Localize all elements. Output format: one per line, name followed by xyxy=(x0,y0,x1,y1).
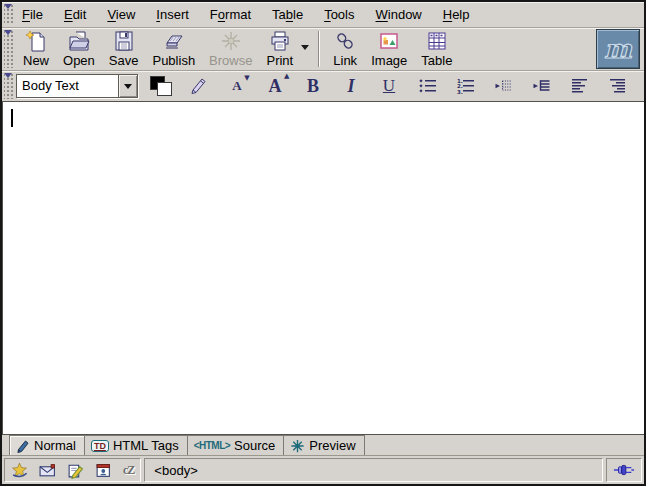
numbered-list-button[interactable]: 1.2.3. xyxy=(452,74,478,98)
node-path-panel[interactable]: <body> xyxy=(144,458,603,482)
bold-button[interactable]: B xyxy=(300,74,326,98)
main-toolbar: New Open Save Publish Browse xyxy=(2,28,644,71)
browse-button[interactable]: Browse xyxy=(204,29,257,69)
statusbar: cZ <body> xyxy=(2,455,644,484)
tab-normal-label: Normal xyxy=(34,438,76,453)
menu-edit[interactable]: Edit xyxy=(58,5,92,24)
increase-font-size-icon: A▲ xyxy=(269,76,282,97)
tab-preview-label: Preview xyxy=(309,438,355,453)
toolbar-grippy[interactable] xyxy=(4,73,14,99)
image-label: Image xyxy=(371,53,407,68)
text-color-button[interactable] xyxy=(148,74,174,98)
browse-icon xyxy=(219,30,243,52)
align-right-icon xyxy=(608,77,627,95)
html-source-icon: <HTML> xyxy=(194,440,230,451)
composer-icon[interactable] xyxy=(67,462,84,479)
composer-window: File Edit View Insert Format Table Tools… xyxy=(0,0,646,486)
open-button[interactable]: Open xyxy=(58,29,100,69)
chevron-down-icon xyxy=(124,84,132,93)
link-button[interactable]: Link xyxy=(328,29,362,69)
tab-source-label: Source xyxy=(234,438,275,453)
indent-icon xyxy=(532,77,551,95)
highlight-pen-icon xyxy=(189,76,209,96)
toolbar-grippy[interactable] xyxy=(4,4,14,25)
save-floppy-icon xyxy=(112,30,136,52)
outdent-icon xyxy=(494,77,513,95)
new-page-icon xyxy=(24,30,48,52)
node-path-text: <body> xyxy=(154,463,197,478)
format-toolbar: Body Text A▼ A▲ B I U 1.2.3. xyxy=(2,71,644,101)
browse-label: Browse xyxy=(209,53,252,68)
indent-button[interactable] xyxy=(528,74,554,98)
increase-font-size-button[interactable]: A▲ xyxy=(262,74,288,98)
link-label: Link xyxy=(333,53,357,68)
mozilla-logo[interactable]: m xyxy=(596,29,640,69)
save-label: Save xyxy=(109,53,139,68)
outdent-button[interactable] xyxy=(490,74,516,98)
menu-table[interactable]: Table xyxy=(266,5,309,24)
paragraph-style-value: Body Text xyxy=(17,75,118,97)
italic-icon: I xyxy=(347,76,354,97)
combo-dropdown-button[interactable] xyxy=(118,75,137,97)
addressbook-icon[interactable] xyxy=(95,462,112,479)
align-left-icon xyxy=(570,77,589,95)
image-icon xyxy=(377,30,401,52)
editor-canvas[interactable] xyxy=(2,101,644,435)
publish-button[interactable]: Publish xyxy=(147,29,200,69)
tab-preview[interactable]: Preview xyxy=(283,435,364,455)
print-icon xyxy=(268,30,292,52)
menubar: File Edit View Insert Format Table Tools… xyxy=(2,2,644,28)
svg-text:m: m xyxy=(604,34,632,64)
highlight-color-button[interactable] xyxy=(186,74,212,98)
new-label: New xyxy=(23,53,49,68)
online-status-panel[interactable] xyxy=(606,458,642,482)
print-button[interactable]: Print xyxy=(261,29,298,69)
align-left-button[interactable] xyxy=(566,74,592,98)
tab-html-tags-label: HTML Tags xyxy=(113,438,179,453)
table-label: Table xyxy=(421,53,452,68)
underline-button[interactable]: U xyxy=(376,74,402,98)
preview-icon xyxy=(290,439,305,453)
bulleted-list-button[interactable] xyxy=(414,74,440,98)
publish-icon xyxy=(162,30,186,52)
open-folder-icon xyxy=(67,30,91,52)
svg-text:3.: 3. xyxy=(457,89,463,95)
chatzilla-icon[interactable]: cZ xyxy=(123,463,134,478)
publish-label: Publish xyxy=(152,53,195,68)
decrease-font-size-button[interactable]: A▼ xyxy=(224,74,250,98)
print-label: Print xyxy=(266,53,293,68)
mail-icon[interactable] xyxy=(39,462,56,479)
tab-source[interactable]: <HTML> Source xyxy=(187,435,285,455)
image-button[interactable]: Image xyxy=(366,29,412,69)
save-button[interactable]: Save xyxy=(104,29,144,69)
tab-normal[interactable]: Normal xyxy=(9,435,85,455)
paragraph-style-select[interactable]: Body Text xyxy=(16,74,138,98)
link-icon xyxy=(333,30,357,52)
print-dropdown-arrow[interactable] xyxy=(301,45,309,54)
underline-icon: U xyxy=(383,76,395,96)
toolbar-separator xyxy=(318,31,320,67)
new-button[interactable]: New xyxy=(18,29,54,69)
open-label: Open xyxy=(63,53,95,68)
navigator-icon[interactable] xyxy=(11,462,28,479)
edit-mode-tabbar: Normal TD HTML Tags <HTML> Source Previe… xyxy=(2,435,644,455)
menu-format[interactable]: Format xyxy=(204,5,257,24)
toolbar-grippy[interactable] xyxy=(4,30,14,68)
menu-help[interactable]: Help xyxy=(437,5,476,24)
bulleted-list-icon xyxy=(418,77,437,95)
online-plug-icon xyxy=(613,462,635,478)
pen-icon xyxy=(16,439,30,453)
numbered-list-icon: 1.2.3. xyxy=(456,77,475,95)
menu-file[interactable]: File xyxy=(16,5,49,24)
component-bar: cZ xyxy=(4,458,141,482)
td-tag-icon: TD xyxy=(91,440,109,452)
italic-button[interactable]: I xyxy=(338,74,364,98)
tab-html-tags[interactable]: TD HTML Tags xyxy=(84,435,188,455)
table-icon xyxy=(425,30,449,52)
table-button[interactable]: Table xyxy=(416,29,457,69)
menu-view[interactable]: View xyxy=(101,5,141,24)
menu-tools[interactable]: Tools xyxy=(318,5,360,24)
align-right-button[interactable] xyxy=(604,74,630,98)
menu-insert[interactable]: Insert xyxy=(150,5,195,24)
menu-window[interactable]: Window xyxy=(370,5,428,24)
